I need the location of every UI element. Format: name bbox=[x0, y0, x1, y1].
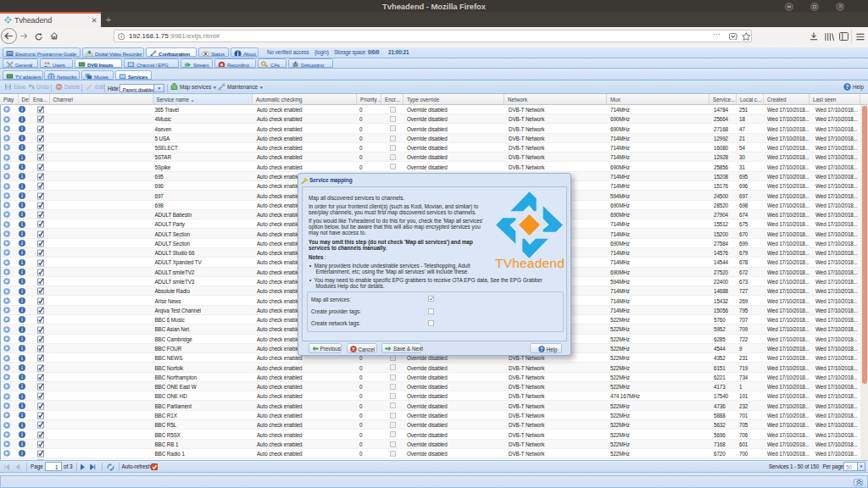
svg-text:?: ? bbox=[846, 84, 849, 90]
